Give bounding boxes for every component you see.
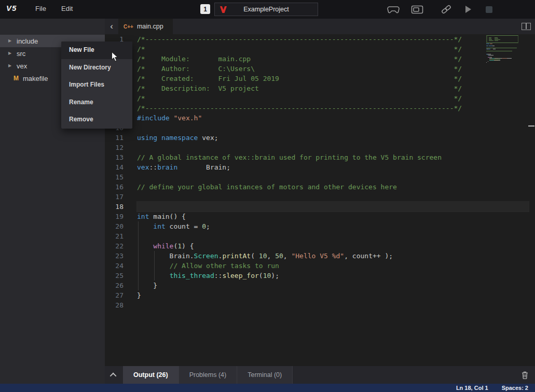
line-number: 22 [105,241,124,251]
code-line[interactable]: } [137,290,529,300]
code-line[interactable]: while(1) { [137,241,529,251]
menu-edit[interactable]: Edit [61,5,73,12]
project-name-box[interactable]: ExampleProject [214,3,318,16]
line-number: 16 [105,182,124,192]
status-cursor-position[interactable]: Ln 18, Col 1 [456,385,488,391]
code-line[interactable]: #include "vex.h" [137,113,529,123]
file-context-menu: New File New Directory Import Files Rena… [61,41,132,129]
code-line[interactable]: // define your global instances of motor… [137,182,529,192]
chevron-right-icon[interactable]: ▶ [8,60,13,72]
indent-guide [138,221,139,290]
line-number: 25 [105,271,124,281]
stop-icon [486,6,492,13]
code-line[interactable] [137,202,529,212]
line-number: 15 [105,172,124,182]
stop-button[interactable] [482,3,496,16]
controller-button[interactable] [386,3,401,16]
controller-icon [387,5,400,13]
folder-label: include [17,37,38,45]
editor-scrollbar[interactable] [528,34,535,366]
code-line[interactable]: /* Description: V5 project */ [137,83,529,93]
vexcode-window: V5 File Edit 1 ExampleProject [0,0,535,392]
code-line[interactable] [137,192,529,202]
code-line[interactable]: this_thread::sleep_for(10); [137,271,529,281]
brain-button[interactable] [410,3,424,16]
code-line[interactable]: int count = 0; [137,221,529,231]
scrollbar-marker [528,125,534,127]
run-button[interactable] [461,3,475,16]
code-line[interactable] [137,231,529,241]
line-number: 28 [105,300,124,310]
context-menu-item-new-file[interactable]: New File [61,41,132,59]
code-line[interactable]: /* Module: main.cpp */ [137,54,529,64]
code-line[interactable]: /* Created: Fri Jul 05 2019 */ [137,74,529,83]
cpp-file-icon: C++ [124,24,133,30]
tab-problems[interactable]: Problems (4) [179,366,238,384]
slot-button[interactable]: 1 [200,4,210,14]
code-line[interactable]: /*--------------------------------------… [137,103,529,113]
line-number: 14 [105,162,124,172]
line-number: 18 [105,202,124,212]
makefile-icon: M [13,75,20,82]
split-editor-button[interactable] [522,23,531,30]
panel-collapse-button[interactable] [105,366,123,384]
code-line[interactable]: vex::brain Brain; [137,162,529,172]
collapse-file-tree-button[interactable]: ‹ [105,19,118,34]
code-line[interactable]: /*--------------------------------------… [137,34,529,44]
line-number: 12 [105,143,124,152]
code-line[interactable]: Brain.Screen.printAt( 10, 50, "Hello V5 … [137,251,529,261]
code-line[interactable]: } [137,281,529,290]
tab-terminal[interactable]: Terminal (0) [237,366,293,384]
indent-guide [154,251,155,281]
line-number: 17 [105,192,124,202]
line-number: 21 [105,231,124,241]
status-indent-setting[interactable]: Spaces: 2 [502,385,528,391]
brain-icon [411,5,423,14]
editor-tab-bar: ‹ C++ main.cpp [105,19,535,34]
code-line[interactable] [137,172,529,182]
code-editor[interactable]: 1234567891011121314151617181920212223242… [105,34,535,366]
code-line[interactable]: using namespace vex; [137,133,529,143]
code-line[interactable] [137,123,529,133]
line-number: 13 [105,152,124,162]
file-label: makefile [23,75,48,82]
clear-output-button[interactable] [514,366,535,384]
folder-label: src [17,50,25,58]
context-menu-item-remove[interactable]: Remove [61,111,132,129]
bottom-panel: Output (26) Problems (4) Terminal (0) [105,366,535,384]
download-button[interactable] [439,3,454,16]
mouse-cursor-icon [111,51,119,62]
line-number: 20 [105,221,124,231]
context-menu-item-rename[interactable]: Rename [61,94,132,111]
chevron-right-icon[interactable]: ▶ [8,35,13,47]
line-number: 26 [105,281,124,290]
chevron-left-icon: ‹ [110,21,113,32]
line-number: 23 [105,251,124,261]
code-line[interactable]: // Allow other tasks to run [137,261,529,271]
code-line[interactable] [137,143,529,152]
folder-label: vex [17,62,27,70]
code-line[interactable]: /* Author: C:\Users\ */ [137,64,529,74]
context-menu-item-import-files[interactable]: Import Files [61,76,132,94]
minimap[interactable] [486,35,527,64]
line-number: 19 [105,212,124,221]
line-number: 24 [105,261,124,271]
chevron-right-icon[interactable]: ▶ [8,47,13,60]
tab-main-cpp[interactable]: C++ main.cpp [118,19,173,34]
vex-red-v-icon [220,6,227,13]
line-number: 11 [105,133,124,143]
context-menu-item-new-directory[interactable]: New Directory [61,59,132,77]
code-line[interactable]: // A global instance of vex::brain used … [137,152,529,162]
vexcode-v5-logo: V5 [6,4,17,12]
line-number: 27 [105,290,124,300]
code-area[interactable]: /*--------------------------------------… [137,34,529,310]
tab-label: main.cpp [137,23,163,30]
project-name: ExampleProject [243,6,289,13]
menu-file[interactable]: File [35,5,46,12]
code-line[interactable]: /* */ [137,93,529,103]
trash-icon [522,371,528,379]
code-line[interactable]: int main() { [137,212,529,221]
code-line[interactable]: /* */ [137,44,529,54]
tab-output[interactable]: Output (26) [123,366,179,384]
code-line[interactable] [137,300,529,310]
